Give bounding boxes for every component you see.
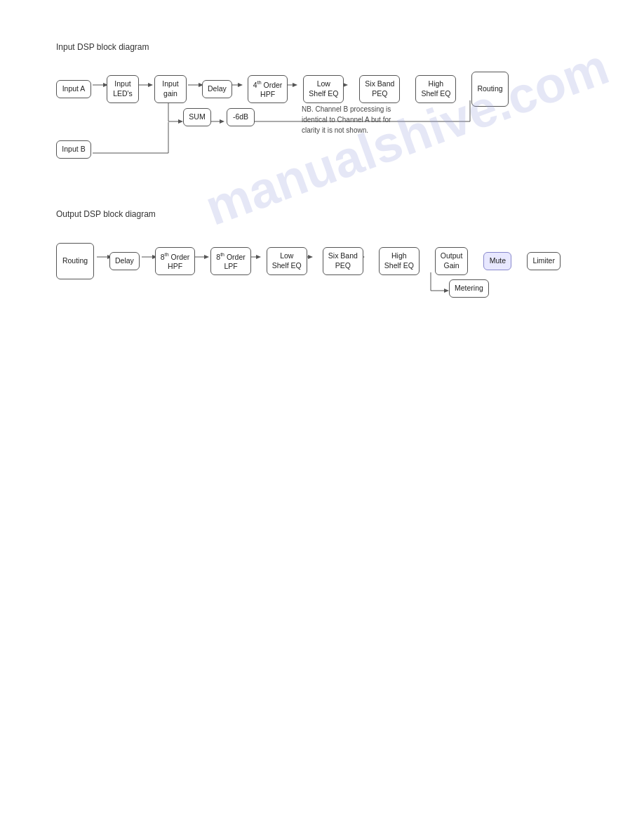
block-delay: Delay (202, 80, 232, 98)
block-8th-order-hpf: 8th OrderHPF (155, 247, 195, 276)
block-4th-order-hpf: 4th OrderHPF (248, 75, 288, 104)
block-six-band-peq: Six BandPEQ (359, 75, 400, 102)
block-routing-input: Routing (471, 72, 508, 107)
block-minus6db: -6dB (227, 108, 255, 126)
block-limiter: Limiter (527, 252, 561, 270)
block-delay-output: Delay (109, 252, 140, 270)
svg-marker-45 (444, 289, 449, 293)
block-high-shelf-eq: HighShelf EQ (415, 75, 456, 102)
block-high-shelf-eq-output: HighShelf EQ (379, 247, 420, 274)
svg-marker-18 (178, 119, 183, 124)
block-metering: Metering (449, 279, 489, 298)
nb-note: NB. Channel B processing isidentical to … (302, 104, 391, 135)
block-low-shelf-eq: LowShelf EQ (303, 75, 344, 102)
block-input-b: Input B (56, 140, 91, 159)
block-routing-output: Routing (56, 243, 94, 279)
input-diagram-title: Input DSP block diagram (56, 42, 588, 52)
block-output-gain: OutputGain (435, 247, 469, 274)
output-diagram-title: Output DSP block diagram (56, 209, 588, 219)
block-input-a: Input A (56, 80, 91, 98)
block-input-gain: Inputgain (154, 75, 187, 102)
block-input-leds: InputLED's (107, 75, 139, 102)
block-six-band-peq-output: Six BandPEQ (323, 247, 363, 274)
block-low-shelf-eq-output: LowShelf EQ (267, 247, 307, 274)
block-sum: SUM (183, 108, 211, 126)
block-mute[interactable]: Mute (483, 252, 511, 270)
block-8th-order-lpf: 8th OrderLPF (210, 247, 250, 276)
